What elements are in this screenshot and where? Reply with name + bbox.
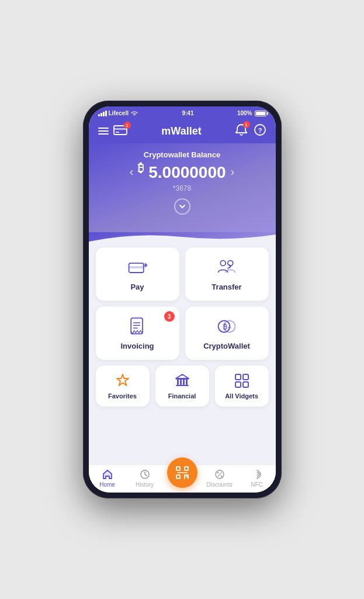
svg-rect-26 bbox=[185, 467, 188, 470]
status-left: Lifecell bbox=[98, 110, 138, 116]
svg-rect-18 bbox=[186, 380, 188, 385]
next-wallet-button[interactable]: › bbox=[231, 165, 235, 178]
home-icon bbox=[102, 469, 113, 480]
status-bar: Lifecell 9:41 100% bbox=[89, 106, 276, 119]
wave-separator bbox=[89, 232, 276, 242]
card-icon-wrapper[interactable]: 1 bbox=[113, 124, 129, 138]
chevron-down-icon bbox=[178, 202, 186, 211]
all-vidgets-card[interactable]: All Vidgets bbox=[215, 366, 269, 407]
nav-discounts[interactable]: Discounts bbox=[201, 469, 238, 488]
nfc-icon bbox=[251, 469, 263, 480]
battery-fill bbox=[256, 112, 265, 115]
svg-rect-21 bbox=[243, 374, 248, 380]
svg-point-7 bbox=[220, 261, 226, 266]
balance-section: Cryptowallet Balance ‹ ₿ 5.0000000 › *36… bbox=[89, 143, 276, 232]
svg-rect-16 bbox=[180, 380, 182, 385]
battery-label: 100% bbox=[237, 110, 252, 116]
balance-label: Cryptowallet Balance bbox=[98, 150, 266, 159]
carrier-label: Lifecell bbox=[109, 110, 129, 116]
pay-label: Pay bbox=[130, 283, 144, 291]
account-number: *3678 bbox=[98, 184, 266, 192]
svg-rect-1 bbox=[114, 128, 127, 130]
pay-icon bbox=[127, 257, 148, 278]
all-vidgets-label: All Vidgets bbox=[225, 393, 258, 400]
svg-rect-19 bbox=[176, 385, 189, 386]
app-header: 1 mWallet 1 ? bbox=[89, 119, 276, 143]
scan-icon bbox=[175, 466, 189, 480]
phone-frame: Lifecell 9:41 100% bbox=[83, 101, 282, 498]
phone-screen: Lifecell 9:41 100% bbox=[89, 106, 276, 493]
nav-nfc-label: NFC bbox=[251, 481, 263, 488]
svg-rect-25 bbox=[176, 467, 180, 470]
expand-button[interactable] bbox=[174, 198, 190, 215]
invoice-badge: 3 bbox=[164, 311, 175, 322]
invoicing-card[interactable]: 3 Invoicing bbox=[96, 307, 179, 360]
balance-row: ‹ ₿ 5.0000000 › bbox=[98, 161, 266, 182]
nav-history-label: History bbox=[136, 481, 154, 488]
app-title: mWallet bbox=[161, 125, 201, 137]
svg-text:₿: ₿ bbox=[223, 323, 227, 331]
help-icon: ? bbox=[254, 123, 266, 136]
cryptowallet-label: CryptoWallet bbox=[203, 342, 250, 350]
scan-button[interactable] bbox=[167, 457, 197, 488]
favorites-label: Favorites bbox=[108, 393, 137, 400]
svg-rect-14 bbox=[176, 378, 189, 380]
quick-actions-grid: Favorites Financial bbox=[96, 366, 269, 407]
nav-nfc[interactable]: NFC bbox=[238, 469, 276, 488]
svg-rect-17 bbox=[183, 380, 185, 385]
card-badge: 1 bbox=[124, 122, 131, 129]
financial-card[interactable]: Financial bbox=[155, 366, 209, 407]
star-icon bbox=[115, 373, 131, 389]
transfer-card[interactable]: Transfer bbox=[185, 247, 269, 301]
financial-label: Financial bbox=[168, 393, 196, 400]
signal-icon bbox=[98, 111, 107, 116]
main-content: Pay Transfer 3 bbox=[89, 242, 276, 464]
grid-icon bbox=[234, 373, 250, 389]
svg-rect-6 bbox=[129, 267, 144, 269]
bottom-nav: Home History bbox=[89, 464, 276, 493]
menu-button[interactable] bbox=[98, 128, 109, 135]
svg-rect-23 bbox=[243, 382, 248, 387]
nav-discounts-label: Discounts bbox=[207, 481, 233, 488]
transfer-label: Transfer bbox=[212, 283, 241, 291]
currency-symbol: ₿ bbox=[138, 161, 144, 174]
history-icon bbox=[139, 469, 151, 480]
svg-text:?: ? bbox=[258, 127, 262, 134]
status-right: 100% bbox=[237, 110, 266, 116]
notification-badge: 1 bbox=[243, 121, 250, 128]
svg-rect-27 bbox=[176, 475, 180, 478]
nav-home-label: Home bbox=[99, 481, 115, 488]
svg-rect-15 bbox=[177, 380, 179, 385]
prev-wallet-button[interactable]: ‹ bbox=[130, 165, 134, 178]
cryptowallet-card[interactable]: ₿ ⟡ CryptoWallet bbox=[185, 307, 269, 360]
favorites-card[interactable]: Favorites bbox=[96, 366, 150, 407]
crypto-icon: ₿ ⟡ bbox=[216, 316, 237, 337]
svg-point-30 bbox=[220, 476, 222, 477]
help-button[interactable]: ? bbox=[254, 123, 266, 139]
wifi-icon bbox=[130, 111, 138, 116]
svg-point-8 bbox=[228, 261, 233, 266]
svg-rect-20 bbox=[235, 374, 241, 380]
nav-scan-wrapper bbox=[164, 469, 201, 488]
battery-icon bbox=[255, 111, 266, 116]
nav-home[interactable]: Home bbox=[89, 469, 126, 488]
bank-icon bbox=[174, 373, 190, 389]
balance-amount: ₿ 5.0000000 bbox=[138, 161, 226, 182]
svg-rect-2 bbox=[116, 132, 119, 133]
nav-history[interactable]: History bbox=[126, 469, 164, 488]
action-grid: Pay Transfer 3 bbox=[96, 247, 269, 360]
notification-button[interactable]: 1 bbox=[235, 123, 248, 139]
header-left: 1 bbox=[98, 124, 129, 138]
invoicing-icon bbox=[127, 316, 148, 337]
header-right: 1 ? bbox=[235, 123, 266, 139]
transfer-icon bbox=[216, 257, 237, 278]
svg-text:⟡: ⟡ bbox=[227, 324, 231, 331]
invoicing-label: Invoicing bbox=[120, 342, 154, 350]
svg-point-29 bbox=[217, 472, 219, 474]
time-display: 9:41 bbox=[182, 110, 193, 116]
pay-card[interactable]: Pay bbox=[96, 247, 179, 301]
discounts-icon bbox=[214, 469, 226, 480]
svg-rect-22 bbox=[235, 382, 241, 387]
